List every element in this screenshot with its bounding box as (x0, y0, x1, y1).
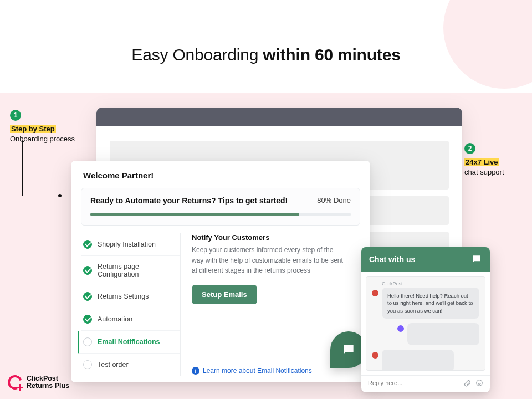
onboarding-step[interactable]: Automation (81, 308, 180, 331)
step-label: Returns page Configuration (98, 263, 175, 278)
chat-panel: Chat with us ClickPost Hello there! Need… (361, 247, 490, 392)
chat-message: Hello there! Need help? Reach out to us … (382, 288, 479, 319)
chat-message-placeholder (382, 350, 454, 371)
callout-step-1: 1 Step by Step Onboarding process (10, 110, 75, 144)
check-circle-icon (83, 240, 92, 249)
check-circle-icon (83, 315, 92, 324)
headline-bold: within 60 minutes (263, 45, 400, 64)
learn-more-link[interactable]: Learn more about Email Notifications (203, 367, 312, 375)
radio-icon (83, 337, 92, 346)
chat-input-row (361, 375, 490, 392)
avatar (397, 325, 404, 332)
brand-lockup: ClickPost Returns Plus (8, 375, 69, 391)
chat-sender: ClickPost (382, 281, 479, 287)
onboarding-card: Welcome Partner! Ready to Automate your … (71, 161, 370, 382)
onboarding-steps-list: Shopify InstallationReturns page Configu… (81, 233, 181, 376)
onboarding-step[interactable]: Test order (81, 354, 180, 376)
chat-icon (341, 342, 356, 357)
check-circle-icon (83, 292, 92, 301)
brand-line2: Returns Plus (27, 382, 69, 390)
brand-text: ClickPost Returns Plus (27, 375, 69, 391)
detail-body: Keep your customers informed every step … (192, 245, 347, 276)
avatar (372, 290, 378, 296)
chat-header: Chat with us (361, 247, 490, 272)
step-badge-2: 2 (464, 143, 475, 154)
emoji-icon[interactable] (475, 379, 483, 387)
callout-step-2: 2 24x7 Live chat support (464, 143, 504, 177)
onboarding-step[interactable]: Email Notifications (78, 331, 180, 354)
detail-title: Notify Your Customers (192, 233, 357, 242)
step-badge-1: 1 (10, 110, 21, 121)
check-circle-icon (83, 266, 92, 275)
step-label: Shopify Installation (98, 241, 156, 248)
step-label: Automation (98, 315, 132, 323)
browser-titlebar (96, 108, 462, 126)
callout2-highlight: 24x7 Live (464, 158, 499, 166)
setup-emails-button[interactable]: Setup Emails (192, 285, 257, 304)
chat-title: Chat with us (369, 255, 415, 264)
avatar (372, 352, 378, 359)
chat-message-placeholder (407, 323, 479, 345)
callout2-text: chat support (464, 167, 504, 177)
bg-blob-top-right (443, 0, 532, 89)
progress-label: 80% Done (317, 196, 351, 204)
tips-box: Ready to Automate your Returns? Tips to … (81, 188, 360, 226)
attachment-icon[interactable] (463, 379, 471, 387)
brand-logo-icon (8, 375, 22, 390)
onboarding-step[interactable]: Shopify Installation (81, 233, 180, 256)
step-label: Test order (98, 361, 129, 369)
chat-icon (471, 254, 482, 265)
step-label: Email Notifications (98, 338, 160, 346)
headline-light: Easy Onboarding (131, 45, 263, 64)
chat-reply-input[interactable] (368, 380, 459, 386)
radio-icon (83, 360, 92, 369)
progress-bar-fill (90, 213, 299, 216)
tips-title: Ready to Automate your Returns? Tips to … (90, 196, 351, 205)
progress-bar (90, 213, 351, 216)
welcome-heading: Welcome Partner! (71, 161, 370, 183)
step-label: Returns Settings (98, 293, 149, 300)
connector-arrow-1 (22, 141, 61, 196)
page-title: Easy Onboarding within 60 minutes (0, 45, 532, 64)
svg-point-0 (477, 380, 483, 386)
chat-body: ClickPost Hello there! Need help? Reach … (366, 276, 485, 371)
callout1-highlight: Step by Step (10, 125, 56, 133)
onboarding-step[interactable]: Returns Settings (81, 285, 180, 308)
learn-more-row: i Learn more about Email Notifications (192, 367, 312, 375)
onboarding-step[interactable]: Returns page Configuration (81, 256, 180, 285)
info-icon: i (192, 367, 200, 375)
brand-line1: ClickPost (27, 375, 69, 383)
